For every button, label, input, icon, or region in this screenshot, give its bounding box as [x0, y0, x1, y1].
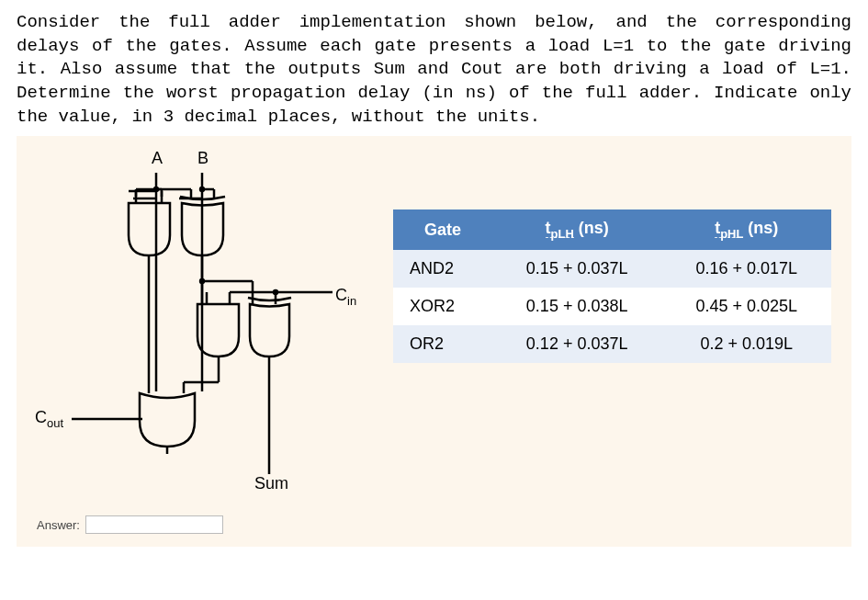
th-tphl: tpHL (ns): [661, 209, 831, 250]
or-gate-icon: [140, 393, 195, 447]
cell-gate: OR2: [393, 325, 492, 363]
and-gate-1-icon: [129, 191, 170, 255]
svg-point-43: [273, 289, 278, 295]
output-sum-label: Sum: [254, 474, 288, 493]
cell-gate: XOR2: [393, 288, 492, 325]
th-tplh: tpLH (ns): [492, 209, 662, 250]
input-cin-label: Cin: [335, 286, 356, 308]
delay-table: Gate tpLH (ns) tpHL (ns) AND2 0.15 + 0.0…: [393, 209, 831, 363]
question-text: Consider the full adder implementation s…: [17, 11, 851, 129]
cell-tphl: 0.2 + 0.019L: [661, 325, 831, 363]
cell-tplh: 0.15 + 0.038L: [492, 288, 662, 325]
answer-input[interactable]: [85, 515, 223, 534]
and-gate-2-icon: [197, 304, 239, 357]
circuit-diagram: A B Cin Cout Sum: [37, 153, 367, 497]
input-b-label: B: [197, 149, 209, 168]
svg-point-40: [153, 187, 159, 192]
cell-tphl: 0.45 + 0.025L: [661, 288, 831, 325]
xor-gate-2-icon: [248, 298, 291, 357]
circuit-svg: [37, 153, 367, 492]
answer-label: Answer:: [37, 518, 80, 532]
cell-tplh: 0.12 + 0.037L: [492, 325, 662, 363]
svg-point-42: [199, 278, 205, 284]
table-row: OR2 0.12 + 0.037L 0.2 + 0.019L: [393, 325, 831, 363]
th-gate: Gate: [393, 209, 492, 250]
table-row: AND2 0.15 + 0.037L 0.16 + 0.017L: [393, 250, 831, 288]
svg-point-41: [199, 187, 205, 192]
table-row: XOR2 0.15 + 0.038L 0.45 + 0.025L: [393, 288, 831, 325]
input-a-label: A: [152, 149, 163, 168]
cell-gate: AND2: [393, 250, 492, 288]
output-cout-label: Cout: [35, 408, 63, 430]
figure-row: A B Cin Cout Sum: [37, 153, 831, 497]
answer-row: Answer:: [37, 515, 831, 534]
cell-tplh: 0.15 + 0.037L: [492, 250, 662, 288]
delay-table-wrapper: Gate tpLH (ns) tpHL (ns) AND2 0.15 + 0.0…: [393, 153, 831, 363]
cell-tphl: 0.16 + 0.017L: [661, 250, 831, 288]
figure-area: A B Cin Cout Sum: [17, 136, 851, 547]
